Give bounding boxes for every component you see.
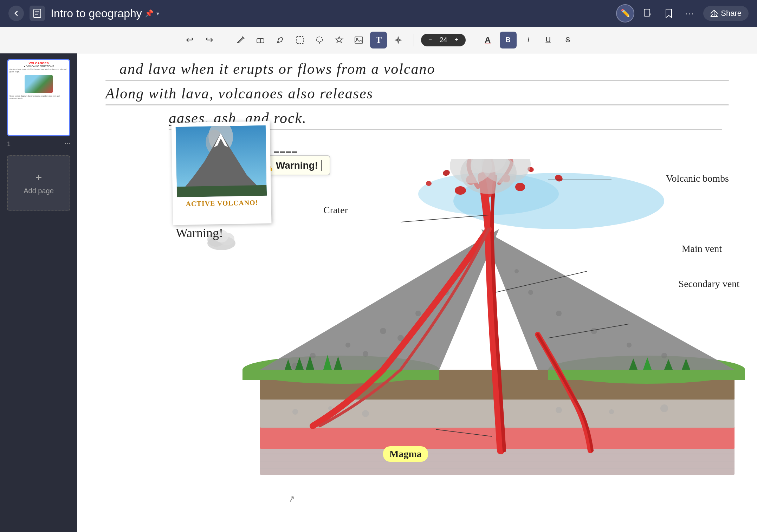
italic-button[interactable]: I — [521, 32, 536, 48]
font-size-increase[interactable]: + — [452, 35, 461, 45]
svg-point-59 — [515, 269, 519, 273]
pin-icon: 📌 — [145, 9, 154, 18]
magma-label: Magma — [383, 446, 428, 462]
underline-2 — [105, 104, 729, 105]
header-right: ✏️ ··· Share — [616, 4, 749, 22]
header: Intro to geography 📌 ▾ ✏️ ··· Share — [0, 0, 757, 27]
svg-rect-40 — [242, 370, 439, 380]
svg-point-34 — [362, 410, 369, 417]
text-tool[interactable]: T — [370, 32, 387, 48]
separator-1 — [225, 34, 225, 46]
page-info-1: 1 ··· — [7, 138, 70, 148]
svg-rect-12 — [355, 37, 363, 43]
avatar: ✏️ — [616, 4, 634, 22]
thumb-title: VOLCANOES — [8, 61, 69, 65]
star-tool[interactable] — [331, 32, 348, 48]
redo-button[interactable]: ↪ — [201, 32, 218, 48]
main-vent-label: Main vent — [682, 243, 722, 254]
svg-rect-42 — [548, 370, 745, 380]
sidebar: VOLCANOES ▲ VOLCANIC ERUPTIONS A volcano… — [0, 53, 77, 532]
volcanic-bombs-label: Volcanic bombs — [666, 173, 729, 184]
svg-point-56 — [591, 328, 597, 334]
drawing-tools-group: T — [232, 32, 407, 48]
undo-button[interactable]: ↩ — [181, 32, 198, 48]
page-more-button[interactable]: ··· — [64, 139, 70, 147]
highlighter-tool[interactable] — [272, 32, 289, 48]
strikethrough-button[interactable]: S — [560, 32, 576, 48]
image-tool[interactable] — [350, 32, 367, 48]
bookmark-button[interactable] — [661, 6, 677, 21]
notebook-icon[interactable] — [30, 6, 45, 21]
svg-point-68 — [426, 181, 432, 186]
toolbar: ↩ ↪ T − 24 + — [0, 27, 757, 53]
header-left: Intro to geography 📌 ▾ — [8, 6, 159, 21]
svg-line-83 — [401, 215, 489, 222]
add-page-button[interactable]: + Add page — [7, 155, 70, 211]
separator-3 — [473, 34, 473, 46]
svg-point-37 — [660, 404, 668, 412]
volcano-diagram — [242, 159, 745, 532]
svg-point-44 — [310, 353, 316, 358]
thumb-body: A volcano is an opening in Earth's crust… — [8, 67, 69, 74]
svg-marker-43 — [260, 229, 499, 370]
handwritten-text-1: and lava when it erupts or flows from a … — [119, 60, 435, 77]
back-button[interactable] — [8, 6, 24, 21]
page-1-thumbnail[interactable]: VOLCANOES ▲ VOLCANIC ERUPTIONS A volcano… — [7, 59, 70, 136]
svg-point-54 — [661, 353, 667, 358]
svg-point-36 — [609, 409, 614, 414]
share-label: Share — [721, 9, 742, 18]
font-size-control: − 24 + — [421, 34, 465, 46]
page-1-container: VOLCANOES ▲ VOLCANIC ERUPTIONS A volcano… — [7, 59, 70, 148]
svg-point-63 — [455, 186, 466, 195]
select-rect-tool[interactable] — [291, 32, 308, 48]
svg-rect-4 — [644, 9, 650, 16]
drag-handle[interactable]: ▬▬▬▬ — [274, 148, 298, 154]
undo-redo-group: ↩ ↪ — [181, 32, 218, 48]
plus-icon: + — [35, 171, 42, 184]
canvas-content: and lava when it erupts or flows from a … — [77, 53, 757, 532]
svg-point-11 — [316, 37, 323, 42]
secondary-vent-label: Secondary vent — [679, 278, 739, 290]
svg-point-47 — [415, 311, 421, 316]
title-text: Intro to geography — [51, 7, 142, 20]
svg-point-45 — [345, 343, 350, 348]
lasso-tool[interactable] — [311, 32, 328, 48]
add-page-label: Add page — [24, 187, 54, 195]
svg-rect-0 — [34, 9, 41, 18]
font-size-value[interactable]: 24 — [436, 36, 450, 44]
pen-tool[interactable] — [232, 32, 249, 48]
crater-label: Crater — [323, 205, 348, 216]
document-title: Intro to geography 📌 ▾ — [51, 7, 159, 20]
eraser-tool[interactable] — [252, 32, 269, 48]
svg-point-46 — [380, 328, 386, 334]
handwritten-text-2: Along with lava, volcanoes also releases — [105, 85, 373, 102]
svg-point-51 — [363, 351, 368, 357]
main-canvas[interactable]: and lava when it erupts or flows from a … — [77, 53, 757, 532]
svg-rect-10 — [296, 37, 303, 44]
svg-point-55 — [627, 343, 632, 348]
svg-point-35 — [556, 407, 562, 413]
font-color-button[interactable]: A — [480, 32, 496, 48]
underline-1 — [105, 80, 729, 81]
chevron-down-icon[interactable]: ▾ — [156, 10, 159, 17]
add-page-button[interactable] — [640, 6, 655, 21]
separator-2 — [414, 34, 414, 46]
sparkle-tool[interactable] — [390, 32, 407, 48]
page-number: 1 — [7, 141, 11, 148]
more-options-button[interactable]: ··· — [682, 6, 698, 21]
bold-button[interactable]: B — [500, 32, 517, 48]
share-button[interactable]: Share — [703, 6, 749, 21]
warning-label-text: Warning! — [176, 226, 223, 240]
svg-point-57 — [556, 311, 562, 316]
svg-point-64 — [515, 183, 525, 191]
svg-point-32 — [292, 409, 298, 415]
thumb-subtitle: ▲ VOLCANIC ERUPTIONS — [8, 65, 69, 67]
svg-point-65 — [442, 169, 451, 177]
svg-point-58 — [528, 290, 533, 295]
underline-button[interactable]: U — [541, 32, 556, 48]
font-size-decrease[interactable]: − — [425, 35, 435, 45]
